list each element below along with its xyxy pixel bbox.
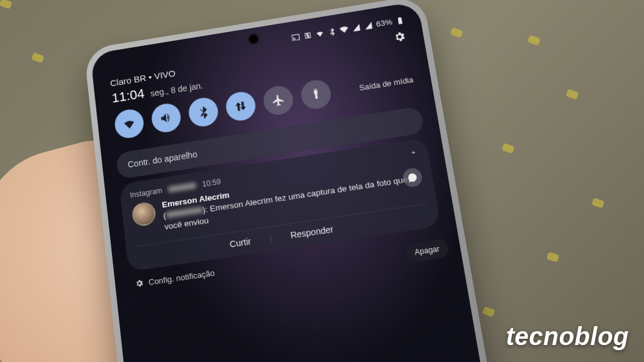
watermark: tecnoblog bbox=[506, 322, 629, 351]
speaker-icon bbox=[159, 111, 174, 126]
redacted-account bbox=[168, 182, 197, 192]
data-toggle[interactable] bbox=[225, 90, 257, 123]
notification-settings-link[interactable]: Config. notificação bbox=[148, 268, 215, 287]
sound-toggle[interactable] bbox=[150, 102, 182, 134]
airplane-toggle[interactable] bbox=[262, 84, 295, 117]
flashlight-toggle[interactable] bbox=[299, 78, 333, 111]
flashlight-icon bbox=[308, 87, 323, 102]
clear-all-label: Apagar bbox=[414, 244, 440, 257]
gear-small-icon bbox=[135, 278, 144, 288]
chevron-up-icon[interactable] bbox=[408, 148, 418, 158]
wifi-icon bbox=[122, 116, 136, 131]
bluetooth-toggle[interactable] bbox=[187, 96, 220, 128]
date-label: seg., 8 de jan. bbox=[150, 80, 203, 98]
airplane-icon bbox=[270, 93, 286, 108]
device-controls-label: Contr. do aparelho bbox=[127, 150, 197, 170]
data-arrows-icon bbox=[233, 99, 248, 114]
notification-app: Instagram bbox=[130, 186, 163, 199]
time-label: 11:04 bbox=[111, 86, 146, 106]
notification-time: 10:59 bbox=[202, 177, 221, 189]
battery-icon bbox=[395, 16, 405, 25]
nfc-icon bbox=[303, 31, 313, 40]
avatar bbox=[131, 201, 157, 228]
signal2-icon bbox=[364, 21, 374, 30]
bluetooth-status-icon bbox=[327, 26, 336, 36]
media-output-link[interactable]: Saída de mídia bbox=[358, 75, 414, 92]
signal-icon bbox=[351, 23, 361, 32]
wifi-status-icon bbox=[315, 28, 325, 38]
gear-icon[interactable] bbox=[392, 30, 407, 44]
bluetooth-icon bbox=[196, 104, 211, 119]
wifi-calling-icon bbox=[339, 25, 349, 34]
reply-action[interactable]: Responder bbox=[290, 224, 334, 240]
like-action[interactable]: Curtir bbox=[229, 236, 252, 250]
cast-icon bbox=[291, 33, 300, 42]
wifi-toggle[interactable] bbox=[113, 107, 145, 140]
battery-text: 63% bbox=[375, 18, 393, 29]
